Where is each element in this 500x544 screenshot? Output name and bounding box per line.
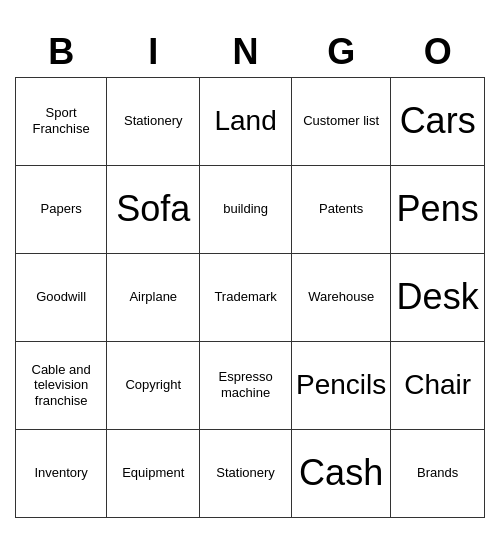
bingo-cell-3-1: Copyright (107, 341, 200, 429)
bingo-grid: Sport FranchiseStationeryLandCustomer li… (16, 77, 485, 517)
header-letter-b: B (16, 27, 107, 78)
bingo-cell-1-3: Patents (292, 165, 391, 253)
bingo-cell-3-3: Pencils (292, 341, 391, 429)
bingo-cell-1-0: Papers (16, 165, 107, 253)
header-letter-n: N (200, 27, 292, 78)
bingo-row-4: InventoryEquipmentStationeryCashBrands (16, 429, 485, 517)
bingo-cell-4-0: Inventory (16, 429, 107, 517)
bingo-cell-4-3: Cash (292, 429, 391, 517)
bingo-cell-1-2: building (200, 165, 292, 253)
bingo-cell-0-2: Land (200, 77, 292, 165)
bingo-cell-4-2: Stationery (200, 429, 292, 517)
bingo-card: BINGO Sport FranchiseStationeryLandCusto… (15, 27, 485, 518)
bingo-row-3: Cable and television franchiseCopyrightE… (16, 341, 485, 429)
header-letter-o: O (391, 27, 485, 78)
bingo-cell-2-2: Trademark (200, 253, 292, 341)
bingo-cell-2-4: Desk (391, 253, 485, 341)
bingo-cell-4-1: Equipment (107, 429, 200, 517)
bingo-cell-3-2: Espresso machine (200, 341, 292, 429)
bingo-cell-2-1: Airplane (107, 253, 200, 341)
bingo-row-0: Sport FranchiseStationeryLandCustomer li… (16, 77, 485, 165)
bingo-header: BINGO (16, 27, 485, 78)
header-letter-g: G (292, 27, 391, 78)
bingo-cell-0-4: Cars (391, 77, 485, 165)
bingo-cell-0-0: Sport Franchise (16, 77, 107, 165)
bingo-cell-2-0: Goodwill (16, 253, 107, 341)
bingo-cell-0-3: Customer list (292, 77, 391, 165)
bingo-cell-3-0: Cable and television franchise (16, 341, 107, 429)
bingo-cell-1-1: Sofa (107, 165, 200, 253)
bingo-cell-4-4: Brands (391, 429, 485, 517)
bingo-cell-1-4: Pens (391, 165, 485, 253)
header-letter-i: I (107, 27, 200, 78)
bingo-row-1: PapersSofabuildingPatentsPens (16, 165, 485, 253)
bingo-row-2: GoodwillAirplaneTrademarkWarehouseDesk (16, 253, 485, 341)
bingo-cell-0-1: Stationery (107, 77, 200, 165)
bingo-cell-3-4: Chair (391, 341, 485, 429)
bingo-cell-2-3: Warehouse (292, 253, 391, 341)
